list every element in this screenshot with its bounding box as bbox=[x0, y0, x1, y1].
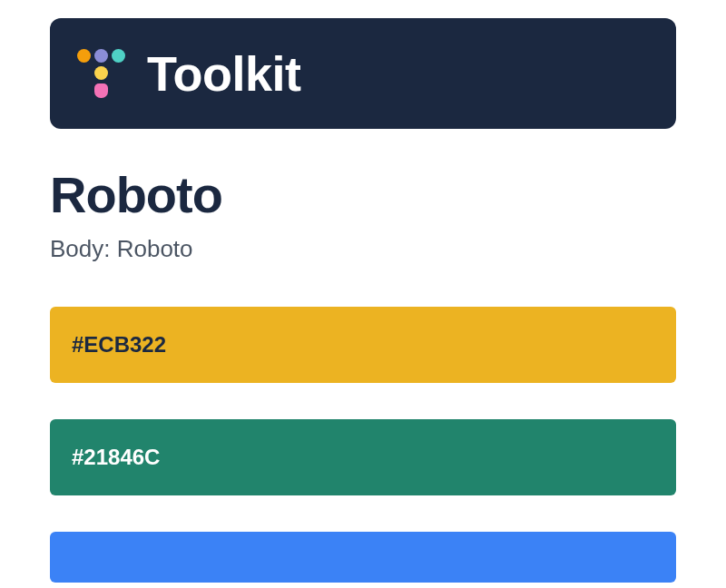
color-swatch: #21846C bbox=[50, 419, 676, 495]
color-swatch: #ECB322 bbox=[50, 307, 676, 383]
swatch-hex-value: #ECB322 bbox=[72, 332, 166, 358]
header-title: Toolkit bbox=[147, 45, 300, 102]
body-font-label: Body: Roboto bbox=[50, 235, 676, 263]
color-swatches: #ECB322 #21846C bbox=[50, 307, 676, 583]
toolkit-logo-icon bbox=[77, 49, 125, 98]
header-card: Toolkit bbox=[50, 18, 676, 129]
typography-section: Roboto Body: Roboto bbox=[50, 165, 676, 263]
font-name-heading: Roboto bbox=[50, 165, 676, 224]
swatch-hex-value: #21846C bbox=[72, 445, 160, 470]
color-swatch bbox=[50, 532, 676, 583]
